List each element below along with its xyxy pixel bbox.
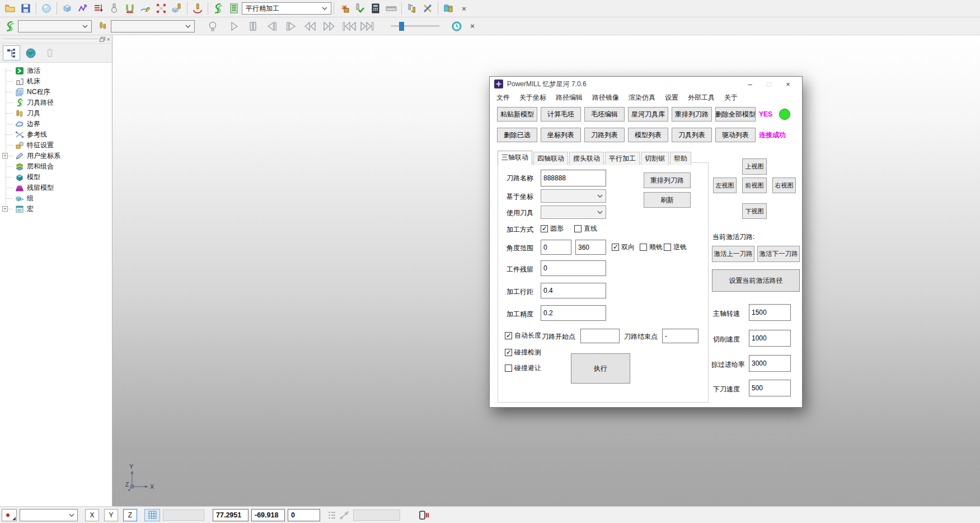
tree-item-machine-tool[interactable]: 机床 xyxy=(0,76,112,87)
step-forward-icon[interactable] xyxy=(283,19,299,34)
tool-library-button[interactable]: 星河刀具库 xyxy=(628,107,668,122)
toolpath-list-button[interactable]: 刀路列表 xyxy=(584,128,625,142)
stock-remain-input[interactable] xyxy=(541,260,606,276)
rewind-icon[interactable] xyxy=(302,19,318,34)
tree-item-tools[interactable]: 刀具 xyxy=(0,108,112,119)
cylinders-icon[interactable] xyxy=(440,1,456,16)
gauge-icon[interactable] xyxy=(383,1,399,16)
contact-arc-icon[interactable] xyxy=(190,1,205,16)
open-folder-icon[interactable] xyxy=(2,1,18,16)
sphere-icon[interactable] xyxy=(39,1,54,16)
explorer-panel-header[interactable]: × xyxy=(0,35,112,44)
close-icon[interactable]: × xyxy=(779,80,798,88)
save-icon[interactable] xyxy=(18,1,34,16)
set-active-path-button[interactable]: 设置当前激活路径 xyxy=(712,269,800,292)
calculator-icon[interactable] xyxy=(368,1,383,16)
auto-length-checkbox[interactable]: 自动长度 xyxy=(505,331,541,340)
tab-4axis[interactable]: 四轴联动 xyxy=(533,152,568,165)
tree-item-activate[interactable]: 激活 xyxy=(0,66,112,76)
bulb-icon[interactable] xyxy=(205,19,221,34)
strategy-list-icon[interactable] xyxy=(226,1,242,16)
minimize-icon[interactable]: – xyxy=(740,80,759,88)
plunge-feed-input[interactable] xyxy=(749,380,791,396)
collision-check-checkbox[interactable]: 碰撞检测 xyxy=(505,348,541,357)
jog-compass-icon[interactable] xyxy=(339,510,350,520)
menu-path-mirror[interactable]: 路径镜像 xyxy=(592,93,619,102)
simulation-speed-slider[interactable] xyxy=(391,22,444,31)
tab-3axis[interactable]: 三轴联动 xyxy=(498,151,532,165)
go-end-icon[interactable] xyxy=(358,19,376,34)
model-list-button[interactable]: 模型列表 xyxy=(628,128,668,142)
use-tool-dropdown[interactable] xyxy=(541,206,606,219)
tree-item-models[interactable]: 模型 xyxy=(0,172,112,183)
menu-settings[interactable]: 设置 xyxy=(665,93,678,102)
climb-mill-checkbox[interactable]: 顺铣 xyxy=(640,242,663,252)
ball-tool-icon[interactable] xyxy=(106,1,122,16)
tree-item-boundaries[interactable]: 边界 xyxy=(0,119,112,129)
point-diamonds-icon[interactable] xyxy=(153,1,169,16)
angle-from-input[interactable] xyxy=(541,240,571,255)
activate-next-toolpath-button[interactable]: 激活下一刀路 xyxy=(757,246,800,262)
collision-avoid-checkbox[interactable]: 碰撞避让 xyxy=(505,363,541,373)
activate-prev-toolpath-button[interactable]: 激活上一刀路 xyxy=(712,246,754,262)
go-start-icon[interactable] xyxy=(340,19,358,34)
menu-render-sim[interactable]: 渲染仿真 xyxy=(629,93,655,102)
based-coord-dropdown[interactable] xyxy=(541,189,606,203)
tree-item-nc-programs[interactable]: NC程序 xyxy=(0,87,112,97)
angle-to-input[interactable] xyxy=(575,240,606,255)
sim-toolpath-combobox[interactable] xyxy=(18,20,92,32)
block-tool-icon[interactable] xyxy=(169,1,185,16)
device-pause-icon[interactable] xyxy=(419,510,430,520)
skim-feed-input[interactable] xyxy=(749,355,791,372)
cutting-feed-input[interactable] xyxy=(749,330,791,347)
expand-icon[interactable]: + xyxy=(2,153,8,158)
delete-all-models-button[interactable]: 删除全部模型 xyxy=(715,107,756,122)
menu-file[interactable]: 文件 xyxy=(496,93,510,102)
tab-saw[interactable]: 切割锯 xyxy=(641,152,669,165)
axis-z-button[interactable]: Z xyxy=(123,509,137,521)
coord-list-button[interactable]: 坐标列表 xyxy=(541,128,581,142)
curve-pencil-icon[interactable] xyxy=(138,1,153,16)
start-point-input[interactable] xyxy=(580,329,620,343)
toolpath-zigzag-icon[interactable] xyxy=(75,1,91,16)
xyz-list-icon[interactable] xyxy=(327,511,336,520)
play-icon[interactable] xyxy=(226,19,242,34)
toolpath-name-input[interactable] xyxy=(541,170,606,186)
panel-close-icon[interactable]: × xyxy=(107,36,110,43)
clock-icon[interactable] xyxy=(449,19,465,34)
tab-parallel[interactable]: 平行加工 xyxy=(605,152,640,165)
view-left-button[interactable]: 左视图 xyxy=(713,178,737,193)
drive-list-button[interactable]: 驱动列表 xyxy=(715,128,756,142)
menu-about[interactable]: 关于 xyxy=(724,93,738,102)
spindle-speed-input[interactable] xyxy=(749,304,791,321)
stock-lines-icon[interactable] xyxy=(91,1,106,16)
axis-x-button[interactable]: X xyxy=(85,509,99,521)
menu-path-edit[interactable]: 路径编辑 xyxy=(556,93,583,102)
menu-about-coords[interactable]: 关于坐标 xyxy=(519,93,546,102)
view-right-button[interactable]: 右视图 xyxy=(772,178,796,193)
tab-explorer-tree[interactable] xyxy=(3,45,20,60)
slider-handle[interactable] xyxy=(399,22,404,31)
stock-edit-button[interactable]: 毛坯编辑 xyxy=(584,107,625,122)
toolbar-close-icon[interactable]: × xyxy=(456,1,472,16)
toolbox-flame-icon[interactable] xyxy=(336,1,352,16)
tab-explorer-trash[interactable] xyxy=(41,45,58,60)
view-front-button[interactable]: 前视图 xyxy=(742,178,767,193)
panel-drag-handle[interactable] xyxy=(3,39,98,40)
tree-item-feature-sets[interactable]: 特征设置 xyxy=(0,140,112,151)
tolerance-input[interactable] xyxy=(541,305,606,321)
line-checkbox[interactable]: 直线 xyxy=(574,224,597,234)
tool-list-button[interactable]: 刀具列表 xyxy=(672,128,712,142)
conventional-mill-checkbox[interactable]: 逆铣 xyxy=(664,242,687,252)
statusbar-field-1[interactable] xyxy=(163,510,204,521)
block-icon[interactable] xyxy=(59,1,75,16)
axis-y-button[interactable]: Y xyxy=(104,509,118,521)
statusbar-field-2[interactable] xyxy=(353,510,400,521)
rearrange-toolpaths-button[interactable]: 重排列刀路 xyxy=(672,107,712,122)
snap-point-tool[interactable] xyxy=(2,509,17,521)
tree-item-patterns[interactable]: 参考线 xyxy=(0,129,112,140)
tool-check-icon[interactable] xyxy=(352,1,368,16)
toolbar-close-icon[interactable]: × xyxy=(465,19,480,34)
view-top-button[interactable]: 上视图 xyxy=(742,158,767,175)
refresh-button[interactable]: 刷新 xyxy=(644,192,691,208)
